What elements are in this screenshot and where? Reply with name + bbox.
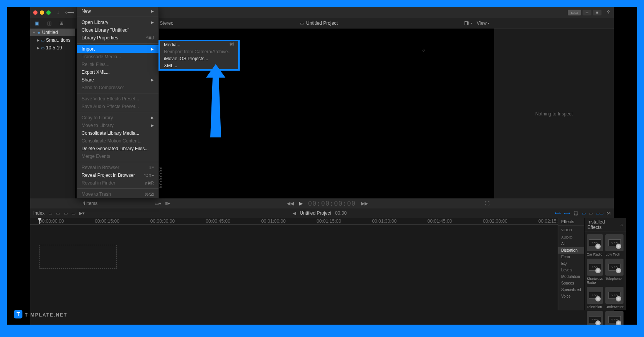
menu-consolidate-motion: Consolidate Motion Content... <box>77 137 158 145</box>
playhead[interactable] <box>39 218 40 224</box>
tt-solo-icon[interactable]: ▭ <box>582 211 586 216</box>
import-icon[interactable]: ↓ <box>54 9 62 16</box>
timeline-ruler[interactable]: 00:00:00:00 00:00:15:00 00:00:30:00 00:0… <box>30 218 558 225</box>
effects-cat-levels[interactable]: Levels <box>558 267 584 273</box>
effects-cat-voice[interactable]: Voice <box>558 293 584 300</box>
menu-close-library[interactable]: Close Library "Untitled" <box>77 26 158 34</box>
effect-item[interactable]: ∿∿∿Shortwave Radio <box>587 259 603 285</box>
effects-cat-eq[interactable]: EQ <box>558 260 584 267</box>
prev-icon[interactable]: ◀◀ <box>287 201 294 206</box>
ruler-mark-5: 00:01:15:00 <box>317 218 341 224</box>
library-root[interactable]: ▼★Untitled <box>30 29 75 36</box>
menu-new[interactable]: New▶ <box>77 7 158 15</box>
menu-transcode: Transcode Media... <box>77 53 158 61</box>
effects-categories-panel: Effects VIDEO AUDIO All Distortion Echo … <box>558 218 584 310</box>
menu-move-to-library: Move to Library▶ <box>77 122 158 129</box>
library-event-2[interactable]: ▶▭10-5-19 <box>30 44 75 52</box>
menu-open-library[interactable]: Open Library▶ <box>77 19 158 26</box>
ruler-mark-4: 00:01:00:00 <box>261 218 286 224</box>
tt-trim-icon[interactable]: ▭ <box>48 211 52 216</box>
effects-cat-video[interactable]: VIDEO <box>558 226 584 233</box>
timeline-title: Untitled Project <box>300 210 331 216</box>
clip-appearance-icon[interactable]: ▭▾ <box>155 201 161 206</box>
close-window-icon[interactable] <box>33 10 37 15</box>
minimize-window-icon[interactable] <box>40 10 44 15</box>
effects-grid-header[interactable]: Installed Effects <box>588 219 619 230</box>
library-tab-icon[interactable]: ▣ <box>33 20 40 26</box>
effects-cat-spaces[interactable]: Spaces <box>558 280 584 286</box>
ruler-mark-3: 00:00:45:00 <box>206 218 230 224</box>
inspector-panel: Nothing to Inspect <box>494 29 614 198</box>
tt-snap-icon[interactable]: ⟷ <box>555 211 561 216</box>
knob-icon <box>595 320 601 325</box>
submenu-xml[interactable]: XML... <box>160 62 238 69</box>
effects-cat-audio[interactable]: AUDIO <box>558 233 584 240</box>
menu-delete-generated[interactable]: Delete Generated Library Files... <box>77 145 158 152</box>
tt-tool-dropdown[interactable]: ▶▾ <box>79 211 85 216</box>
submenu-media[interactable]: Media...⌘I <box>160 41 238 48</box>
menu-reveal-browser: Reveal in Browser⇧F <box>77 164 158 171</box>
tt-effects-icon[interactable]: ▭▭ <box>596 211 603 216</box>
share-icon[interactable]: ⇪ <box>606 9 611 15</box>
tt-blade-icon[interactable]: ▭ <box>72 211 75 216</box>
next-icon[interactable]: ▶▶ <box>361 201 368 206</box>
tt-snapshot-icon[interactable]: ▭ <box>589 211 593 216</box>
titles-tab-icon[interactable]: ⊞ <box>58 20 65 26</box>
effect-item[interactable]: ∿∿∿Low Tech <box>605 234 624 256</box>
tt-transitions-icon[interactable]: ⋈ <box>607 211 611 216</box>
menu-import[interactable]: Import▶ <box>77 45 158 53</box>
effect-item[interactable]: ∿∿∿ <box>587 311 603 325</box>
tt-audio-skim-icon[interactable]: 🎧 <box>573 211 579 216</box>
timeline-toolbar: Index ▭ ▭ ▭ ▭ ▶▾ ◀ Untitled Project 00:0… <box>30 208 614 218</box>
watermark-text: T·MPLATE.NET <box>25 312 67 318</box>
menu-share[interactable]: Share▶ <box>77 76 158 84</box>
view-dropdown[interactable]: View▾ <box>477 20 489 26</box>
menu-library-properties[interactable]: Library Properties^⌘J <box>77 34 158 42</box>
fit-dropdown[interactable]: Fit▾ <box>464 20 472 26</box>
index-button[interactable]: Index <box>33 210 44 216</box>
effect-item[interactable]: ∿∿∿Television <box>587 287 603 309</box>
tt-position-icon[interactable]: ▭ <box>56 211 60 216</box>
ruler-mark-6: 00:01:30:00 <box>372 218 396 224</box>
library-event-1[interactable]: ▶▭Smar...tions <box>30 36 75 44</box>
clip-grouping-icon[interactable]: ≡▾ <box>165 201 170 206</box>
fullscreen-window-icon[interactable] <box>46 10 51 15</box>
menu-export-xml[interactable]: Export XML... <box>77 68 158 76</box>
menu-consolidate-media[interactable]: Consolidate Library Media... <box>77 129 158 137</box>
effects-cat-specialized[interactable]: Specialized <box>558 286 584 293</box>
ruler-mark-2: 00:00:30:00 <box>150 218 175 224</box>
menu-save-video-preset: Save Video Effects Preset... <box>77 95 158 103</box>
effects-cat-echo[interactable]: Echo <box>558 254 584 260</box>
view-mode-3-icon[interactable]: ≡ <box>593 10 601 15</box>
effect-item[interactable]: ∿∿∿Underwater <box>605 287 624 309</box>
effects-cat-distortion[interactable]: Distortion <box>558 247 584 254</box>
timecode: 00:00:00:00 <box>308 200 356 207</box>
tt-prev-edit-icon[interactable]: ◀ <box>293 211 296 216</box>
effect-item[interactable]: ∿∿∿Car Radio <box>587 234 603 256</box>
effect-item[interactable]: ∿∿∿Telephone <box>605 259 624 285</box>
effects-cat-all[interactable]: All <box>558 240 584 247</box>
tt-range-icon[interactable]: ▭ <box>64 211 68 216</box>
window-controls <box>33 10 51 15</box>
timeline-edge-indicator: ◇◇◇◇◇◇◇◇◇◇◇◇◇◇◇◇◇◇◇◇◇◇◇◇◇◇◇◇◇◇◇◇◇◇◇◇◇◇◇◇… <box>422 49 425 222</box>
keyword-icon[interactable]: ○⟶ <box>65 9 74 16</box>
knob-icon <box>616 320 621 325</box>
item-count-label: 4 items <box>83 201 98 206</box>
fullscreen-viewer-icon[interactable]: ⛶ <box>485 201 489 206</box>
effects-cat-modulation[interactable]: Modulation <box>558 273 584 280</box>
view-mode-2-icon[interactable]: ═ <box>583 10 591 15</box>
tt-skim-icon[interactable]: ⟷ <box>564 211 570 216</box>
import-submenu: Media...⌘I Reimport from Camera/Archive.… <box>158 40 240 71</box>
menu-reveal-project[interactable]: Reveal Project in Browser⌥⇧F <box>77 171 158 179</box>
effects-filter-icon[interactable]: ◇ <box>620 223 623 227</box>
menu-relink: Relink Files... <box>77 61 158 68</box>
effect-item[interactable]: ∿∿∿ <box>605 311 624 325</box>
view-mode-1-icon[interactable]: ▭▭ <box>568 10 581 15</box>
submenu-imovie[interactable]: iMovie iOS Projects... <box>160 55 238 62</box>
ruler-mark-8: 00:02:00:00 <box>483 218 507 224</box>
file-context-menu: New▶ Open Library▶ Close Library "Untitl… <box>77 7 159 198</box>
play-icon[interactable]: ▶ <box>299 201 303 206</box>
timeline-area[interactable]: 00:00:00:00 00:00:15:00 00:00:30:00 00:0… <box>30 218 558 310</box>
photos-tab-icon[interactable]: ◫ <box>46 20 53 26</box>
submenu-reimport: Reimport from Camera/Archive... <box>160 48 238 55</box>
